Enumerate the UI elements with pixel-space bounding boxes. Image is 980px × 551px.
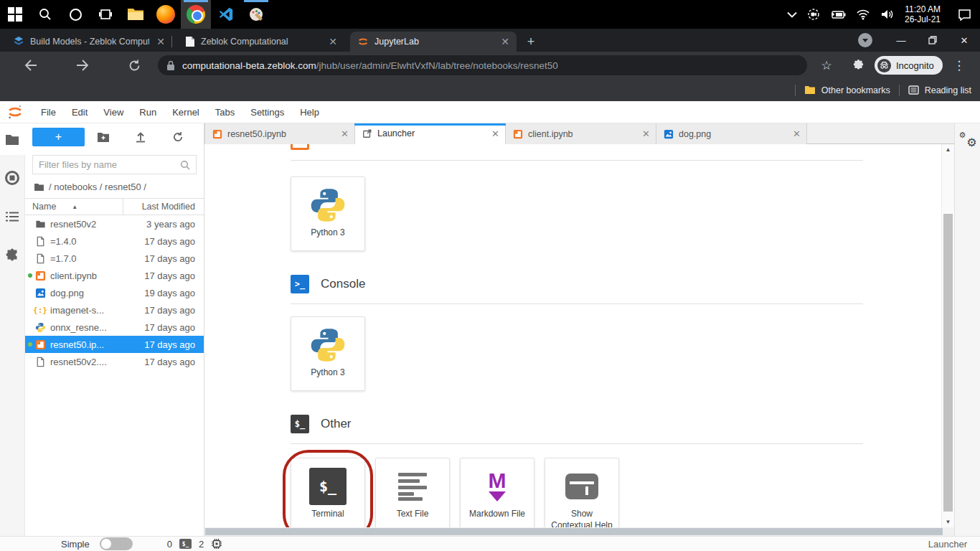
maximize-button[interactable] (917, 29, 948, 52)
meet-now-icon[interactable] (807, 8, 820, 21)
launcher-card-notebook-python3[interactable]: Python 3 (291, 176, 365, 251)
launcher-card-console-python3[interactable]: Python 3 (291, 316, 365, 391)
task-view-button[interactable] (90, 0, 121, 29)
sidebar-tab-file-browser[interactable] (0, 123, 25, 155)
simple-mode-toggle[interactable] (100, 537, 133, 550)
file-icon (34, 253, 46, 264)
folder-icon (804, 85, 816, 95)
paint3d-button[interactable] (241, 0, 271, 29)
scrollbar-thumb[interactable] (205, 528, 943, 535)
wifi-icon[interactable] (856, 9, 870, 20)
scroll-down-icon[interactable]: ▼ (942, 517, 954, 527)
column-last-modified[interactable]: Last Modified (123, 202, 204, 212)
close-window-button[interactable]: ✕ (948, 29, 980, 52)
address-bar[interactable]: computational-beta.zeblok.com/jhub/user/… (158, 55, 807, 75)
doc-tab-dog-png[interactable]: dog.png ✕ (656, 123, 807, 144)
close-icon[interactable]: ✕ (642, 128, 650, 139)
horizontal-scrollbar[interactable] (204, 527, 954, 536)
close-icon[interactable]: ✕ (491, 128, 499, 139)
volume-icon[interactable] (880, 9, 895, 20)
menu-edit[interactable]: Edit (64, 101, 95, 123)
new-folder-button[interactable] (85, 132, 122, 143)
reading-list-button[interactable]: Reading list (908, 85, 971, 95)
cortana-button[interactable] (60, 0, 90, 29)
back-button[interactable] (20, 55, 42, 76)
firefox-button[interactable] (151, 0, 181, 29)
other-cards-row: $_ Terminal Text File M (291, 458, 941, 527)
table-row[interactable]: onnx_resne... 17 days ago (25, 319, 204, 336)
vertical-scrollbar[interactable]: ▲ ▼ (941, 144, 954, 527)
new-tab-button[interactable]: + (521, 32, 541, 52)
minimize-button[interactable]: — (885, 29, 917, 52)
browser-tab-build-models[interactable]: Build Models - Zeblok Computati ✕ (6, 32, 172, 52)
refresh-button[interactable] (159, 131, 197, 143)
divider (899, 85, 900, 96)
clock-time: 11:20 AM (905, 4, 941, 14)
sidebar-tab-running-sessions[interactable] (0, 162, 25, 194)
other-bookmarks-label: Other bookmarks (821, 85, 890, 95)
menu-file[interactable]: File (33, 101, 64, 123)
search-button[interactable] (30, 0, 60, 29)
image-icon (664, 129, 674, 139)
close-icon[interactable]: ✕ (155, 36, 166, 47)
battery-icon[interactable] (830, 9, 846, 19)
start-button[interactable] (0, 0, 30, 29)
filter-files-input[interactable] (39, 159, 180, 170)
other-bookmarks-button[interactable]: Other bookmarks (804, 85, 890, 95)
reload-button[interactable] (123, 55, 145, 76)
file-explorer-button[interactable] (121, 0, 151, 29)
upload-button[interactable] (122, 131, 159, 143)
menu-help[interactable]: Help (292, 101, 327, 123)
jupyterlab-body: + / notebooks / (0, 123, 980, 536)
table-row[interactable]: {:} imagenet-s... 17 days ago (25, 301, 204, 319)
browser-tab-jupyterlab[interactable]: JupyterLab ✕ (350, 32, 517, 52)
close-icon[interactable]: ✕ (793, 128, 801, 139)
notifications-icon[interactable] (958, 9, 971, 21)
close-icon[interactable]: ✕ (327, 36, 339, 47)
doc-tab-launcher[interactable]: Launcher ✕ (355, 123, 506, 144)
chrome-button[interactable] (181, 0, 211, 29)
table-row[interactable]: =1.4.0 17 days ago (25, 232, 204, 250)
table-row-selected[interactable]: resnet50.ip... 17 days ago (25, 336, 204, 353)
menu-run[interactable]: Run (131, 101, 164, 123)
extensions-button[interactable] (847, 55, 869, 76)
table-row[interactable]: =1.7.0 17 days ago (25, 250, 204, 267)
menu-settings[interactable]: Settings (242, 101, 292, 123)
table-row[interactable]: client.ipynb 17 days ago (25, 267, 204, 284)
clock-date: 26-Jul-21 (905, 14, 941, 24)
tab-search-button[interactable] (858, 33, 872, 47)
launcher-card-text-file[interactable]: Text File (375, 458, 450, 527)
close-icon[interactable]: ✕ (499, 36, 511, 47)
jupyterlab-menu-bar: File Edit View Run Kernel Tabs Settings … (0, 101, 980, 123)
menu-tabs[interactable]: Tabs (207, 101, 242, 123)
table-row[interactable]: dog.png 19 days ago (25, 284, 204, 301)
menu-view[interactable]: View (95, 101, 131, 123)
breadcrumb[interactable]: / notebooks / resnet50 / (25, 174, 204, 198)
browser-tab-zeblok[interactable]: Zeblok Computational ✕ (178, 32, 344, 52)
menu-kernel[interactable]: Kernel (164, 101, 207, 123)
sidebar-tab-extensions[interactable] (0, 240, 25, 271)
scrollbar-thumb[interactable] (943, 214, 953, 512)
close-icon[interactable]: ✕ (341, 128, 349, 139)
launcher-card-terminal[interactable]: $_ Terminal (291, 458, 365, 527)
property-inspector-tab[interactable]: ⚙ ⚙ (959, 133, 976, 151)
bookmark-star-button[interactable]: ☆ (816, 55, 837, 76)
doc-tab-resnet50[interactable]: resnet50.ipynb ✕ (204, 123, 355, 144)
sidebar-tab-table-of-contents[interactable] (0, 201, 25, 232)
kernel-session-counts[interactable]: 0 $_ 2 (167, 538, 222, 550)
caret-down-icon (862, 39, 868, 42)
launcher-card-contextual-help[interactable]: Show Contextual Help (545, 458, 619, 527)
scroll-up-icon[interactable]: ▲ (942, 144, 954, 155)
column-name[interactable]: Name ▲ (25, 199, 123, 215)
vscode-button[interactable] (211, 0, 241, 29)
chevron-down-icon[interactable] (787, 11, 797, 18)
taskbar-clock[interactable]: 11:20 AM 26-Jul-21 (905, 4, 941, 24)
new-launcher-button[interactable]: + (32, 128, 85, 146)
forward-button[interactable] (72, 55, 93, 76)
launcher-card-markdown[interactable]: M Markdown File (460, 458, 534, 527)
table-row[interactable]: resnet50v2.... 17 days ago (25, 353, 204, 370)
doc-tab-client[interactable]: client.ipynb ✕ (506, 123, 656, 144)
table-row[interactable]: resnet50v2 3 years ago (25, 215, 204, 232)
python-icon (309, 324, 347, 366)
browser-menu-button[interactable]: ⋮ (948, 55, 970, 76)
